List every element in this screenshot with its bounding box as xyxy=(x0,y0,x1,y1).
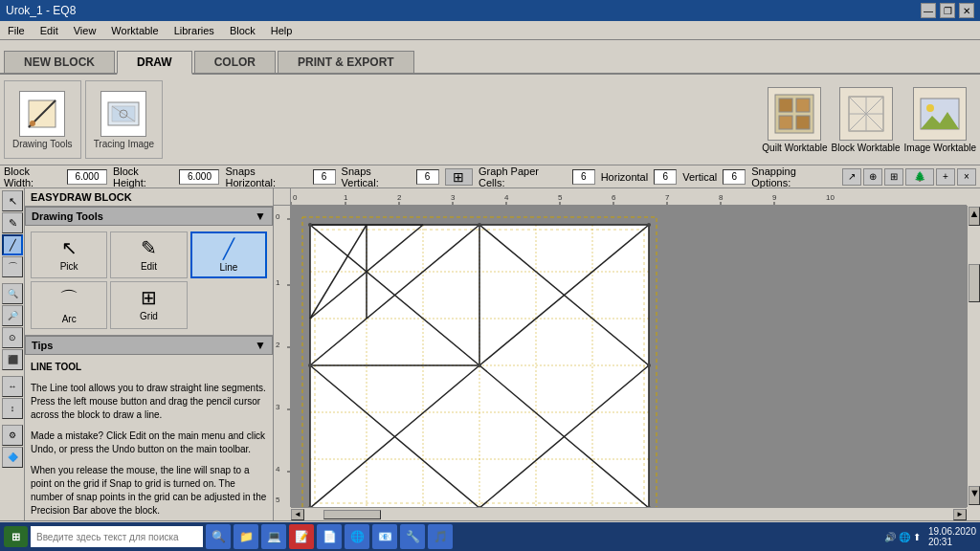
tab-bar: NEW BLOCK DRAW COLOR PRINT & EXPORT xyxy=(0,40,980,75)
snap-btn-3[interactable]: ⊞ xyxy=(884,168,903,186)
left-tool-2[interactable]: ✎ xyxy=(2,212,23,233)
svg-text:4: 4 xyxy=(504,193,509,202)
left-tool-3[interactable]: ╱ xyxy=(2,234,23,255)
menu-help[interactable]: Help xyxy=(267,24,297,37)
snap-btn-4[interactable]: 🌲 xyxy=(905,168,934,186)
menu-worktable[interactable]: Worktable xyxy=(107,24,162,37)
left-tool-6[interactable]: 🔎 xyxy=(2,305,23,326)
svg-text:4: 4 xyxy=(276,465,280,474)
hscroll-left[interactable]: ◄ xyxy=(291,509,304,520)
easydraw-title: EASYDRAW BLOCK xyxy=(25,188,273,207)
drawing-canvas-area[interactable] xyxy=(291,206,967,507)
drawing-tools-collapse[interactable]: ▼ xyxy=(255,209,266,223)
horizontal-input[interactable] xyxy=(654,169,677,185)
tool-line[interactable]: ╱ Line xyxy=(190,231,267,278)
horizontal-label: Horizontal xyxy=(601,171,649,183)
tool-edit[interactable]: ✎ Edit xyxy=(110,231,187,278)
menu-file[interactable]: File xyxy=(4,24,29,37)
vscroll-up[interactable]: ▲ xyxy=(969,207,980,226)
svg-point-89 xyxy=(478,223,481,227)
taskbar-icon-3[interactable]: 💻 xyxy=(261,524,286,549)
tool-pick[interactable]: ↖ Pick xyxy=(31,231,107,278)
ruler-corner xyxy=(274,188,291,206)
taskbar-icon-5[interactable]: 📄 xyxy=(317,524,342,549)
left-ruler: 0 1 2 3 4 5 6 xyxy=(274,206,291,507)
svg-point-18 xyxy=(926,104,934,112)
menu-view[interactable]: View xyxy=(70,24,100,37)
vscroll-down[interactable]: ▼ xyxy=(969,486,980,505)
taskbar-icon-1[interactable]: 🔍 xyxy=(206,524,231,549)
vscroll-thumb[interactable] xyxy=(969,264,980,302)
taskbar-search[interactable] xyxy=(31,526,203,547)
taskbar-icon-4[interactable]: 📝 xyxy=(289,524,314,549)
taskbar-icon-6[interactable]: 🌐 xyxy=(345,524,369,549)
arc-icon: ⌒ xyxy=(59,286,78,312)
horizontal-scrollbar[interactable]: ◄ ► xyxy=(291,507,967,520)
drawing-tools-header-label: Drawing Tools xyxy=(32,210,103,222)
grid-icon: ⊞ xyxy=(141,286,157,309)
left-tool-1[interactable]: ↖ xyxy=(2,190,23,211)
taskbar-icon-2[interactable]: 📁 xyxy=(234,524,258,549)
svg-text:3: 3 xyxy=(276,403,280,411)
left-tool-10[interactable]: ↕ xyxy=(2,398,23,419)
svg-rect-9 xyxy=(796,99,810,112)
svg-text:8: 8 xyxy=(719,193,724,202)
quilt-worktable-icon[interactable] xyxy=(768,87,821,141)
hscroll-right[interactable]: ► xyxy=(953,509,967,520)
tab-color[interactable]: COLOR xyxy=(194,51,276,73)
menu-libraries[interactable]: Libraries xyxy=(170,24,218,37)
taskbar-icon-9[interactable]: 🎵 xyxy=(428,524,453,549)
left-tool-4[interactable]: ⌒ xyxy=(2,256,23,277)
menu-edit[interactable]: Edit xyxy=(36,24,62,37)
tool-arc[interactable]: ⌒ Arc xyxy=(31,281,107,329)
taskbar-icon-8[interactable]: 🔧 xyxy=(400,524,425,549)
start-button[interactable]: ⊞ xyxy=(4,526,28,547)
drawing-tools-section: Drawing Tools ▼ ↖ Pick ✎ Edit ╱ Line ⌒ xyxy=(25,207,273,336)
svg-text:7: 7 xyxy=(665,193,670,202)
svg-text:10: 10 xyxy=(826,193,835,202)
left-tool-9[interactable]: ↔ xyxy=(2,376,23,397)
image-worktable-icon[interactable] xyxy=(913,87,967,141)
taskbar-icon-7[interactable]: 📧 xyxy=(372,524,397,549)
graph-paper-icon[interactable]: ⊞ xyxy=(445,168,473,186)
close-button[interactable]: ✕ xyxy=(959,3,974,18)
vertical-input[interactable] xyxy=(723,169,746,185)
left-tool-8[interactable]: ⬛ xyxy=(2,349,23,370)
tracing-image-icon[interactable] xyxy=(100,91,146,137)
block-worktable-group: Block Worktable xyxy=(832,87,901,153)
left-tool-5[interactable]: 🔍 xyxy=(2,283,23,304)
minimize-button[interactable]: — xyxy=(921,3,936,18)
vertical-label: Vertical xyxy=(682,171,717,183)
vertical-scrollbar[interactable]: ▲ ▼ xyxy=(967,206,980,507)
snap-btn-1[interactable]: ↗ xyxy=(842,168,861,186)
left-tool-7[interactable]: ⊙ xyxy=(2,327,23,348)
menu-block[interactable]: Block xyxy=(226,24,259,37)
svg-text:2: 2 xyxy=(397,193,402,202)
snap-btn-5[interactable]: + xyxy=(936,168,955,186)
precision-bar: Block Width: Block Height: Snaps Horizon… xyxy=(0,165,980,188)
svg-text:3: 3 xyxy=(451,193,456,202)
maximize-button[interactable]: ❐ xyxy=(940,3,955,18)
snap-btn-2[interactable]: ⊕ xyxy=(863,168,882,186)
left-tool-11[interactable]: ⚙ xyxy=(2,425,23,446)
left-tool-12[interactable]: 🔷 xyxy=(2,447,23,468)
tool-grid[interactable]: ⊞ Grid xyxy=(110,281,187,329)
tab-draw[interactable]: DRAW xyxy=(117,51,192,75)
snaps-horizontal-input[interactable] xyxy=(313,169,336,185)
graph-paper-input[interactable] xyxy=(572,169,595,185)
block-worktable-icon[interactable] xyxy=(839,87,893,141)
snap-btn-6[interactable]: × xyxy=(957,168,976,186)
svg-rect-11 xyxy=(796,116,810,129)
block-height-input[interactable] xyxy=(179,169,219,185)
tab-new-block[interactable]: NEW BLOCK xyxy=(4,51,115,73)
svg-point-90 xyxy=(647,223,651,227)
drawing-tools-icon[interactable] xyxy=(19,91,65,137)
tips-collapse[interactable]: ▼ xyxy=(255,339,266,352)
tab-print-export[interactable]: PRINT & EXPORT xyxy=(278,51,414,73)
svg-rect-8 xyxy=(779,99,792,112)
block-width-input[interactable] xyxy=(67,169,107,185)
hscroll-thumb[interactable] xyxy=(323,510,381,519)
drawing-svg[interactable] xyxy=(291,206,967,507)
snaps-vertical-input[interactable] xyxy=(416,169,439,185)
taskbar: ⊞ 🔍 📁 💻 📝 📄 🌐 📧 🔧 🎵 🔊 🌐 ⬆ 19.06.202020:3… xyxy=(0,522,980,551)
